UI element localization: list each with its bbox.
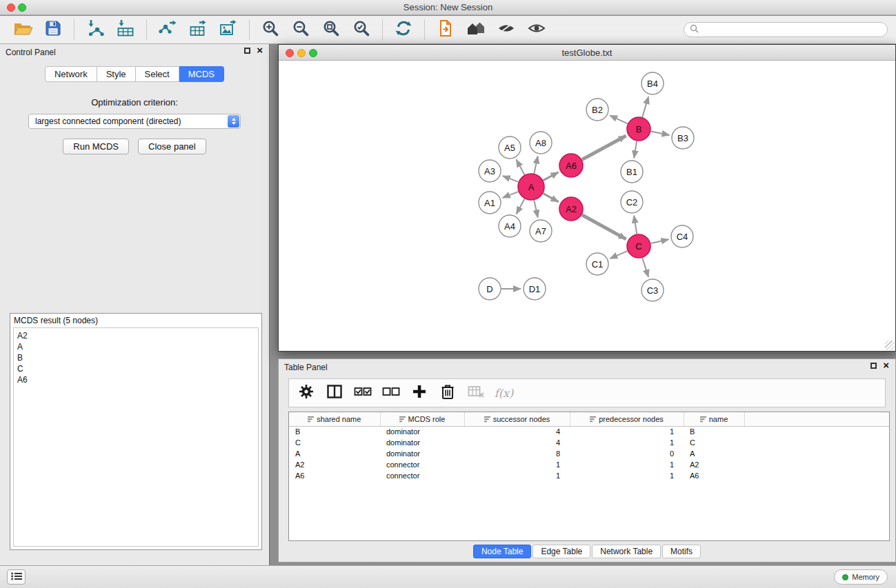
table-cell[interactable]: A	[289, 448, 380, 459]
edge-A-A8[interactable]	[534, 156, 537, 174]
table-cell[interactable]: dominator	[380, 448, 464, 459]
memory-button[interactable]: Memory	[834, 569, 888, 585]
result-item[interactable]: B	[17, 352, 255, 363]
table-cell[interactable]: A6	[684, 470, 744, 481]
close-panel-icon[interactable]: ×	[257, 47, 263, 54]
export-network-button[interactable]	[153, 18, 182, 41]
node-B2[interactable]: B2	[586, 99, 608, 121]
table-cell[interactable]: 1	[570, 426, 684, 437]
node-A5[interactable]: A5	[499, 136, 521, 159]
node-A1[interactable]: A1	[479, 192, 501, 214]
document-button[interactable]	[431, 18, 460, 41]
table-row[interactable]: A6connector11A6	[289, 470, 889, 481]
column-header-successor-nodes[interactable]: successor nodes	[464, 412, 570, 426]
edge-B-B2[interactable]	[610, 115, 628, 123]
result-item[interactable]: C	[17, 363, 255, 374]
edge-A-A2[interactable]	[544, 194, 559, 202]
edge-C-C1[interactable]	[610, 251, 627, 258]
table-cell[interactable]: B	[289, 426, 380, 437]
column-header-shared-name[interactable]: shared name	[289, 412, 380, 426]
close-panel-button[interactable]: Close panel	[138, 139, 206, 154]
table-settings-button[interactable]	[293, 381, 319, 405]
node-A[interactable]: A	[518, 174, 544, 200]
eye-button[interactable]	[522, 18, 551, 41]
zoom-in-button[interactable]	[256, 18, 285, 41]
network-canvas[interactable]: B4B2BB3A8A5A6A3B1AA1C2A2A4A7C4CC1C3DD1	[279, 61, 895, 351]
edge-B-B4[interactable]	[642, 97, 648, 117]
node-B4[interactable]: B4	[641, 72, 664, 94]
close-network-window-button[interactable]	[286, 49, 294, 57]
tab-node-table[interactable]: Node Table	[473, 545, 532, 558]
refresh-layout-button[interactable]	[389, 18, 418, 41]
graphics-details-button[interactable]	[492, 18, 521, 41]
zoom-fit-button[interactable]	[317, 18, 346, 41]
edge-C-C2[interactable]	[634, 216, 637, 234]
table-cell[interactable]: 1	[570, 437, 684, 448]
edge-B-B1[interactable]	[634, 141, 637, 158]
edge-A-A6[interactable]	[544, 172, 559, 181]
tab-network-table[interactable]: Network Table	[592, 545, 661, 558]
result-item[interactable]: A2	[17, 330, 255, 341]
edge-C-C3[interactable]	[642, 258, 648, 277]
table-cell[interactable]: connector	[380, 470, 464, 481]
node-C[interactable]: C	[627, 234, 650, 258]
task-history-button[interactable]	[7, 569, 26, 585]
close-table-panel-icon[interactable]: ×	[883, 362, 889, 369]
table-row[interactable]: A2connector11A2	[289, 459, 889, 470]
optimization-criterion-select[interactable]: largest connected component (directed)	[28, 114, 241, 129]
edge-A6-B[interactable]	[582, 136, 626, 159]
table-row[interactable]: Cdominator41C	[289, 437, 889, 448]
tab-select[interactable]: Select	[136, 66, 179, 82]
tab-edge-table[interactable]: Edge Table	[532, 545, 590, 558]
select-all-button[interactable]	[350, 381, 375, 405]
tab-network[interactable]: Network	[45, 66, 97, 82]
tab-style[interactable]: Style	[97, 66, 136, 82]
save-session-button[interactable]	[39, 18, 68, 41]
node-B1[interactable]: B1	[621, 161, 643, 183]
node-C2[interactable]: C2	[621, 191, 643, 213]
export-table-button[interactable]	[183, 18, 212, 41]
table-cell[interactable]: A2	[684, 459, 744, 470]
edge-B-B3[interactable]	[651, 132, 670, 135]
table-row[interactable]: Adominator80A	[289, 448, 889, 459]
node-C1[interactable]: C1	[586, 253, 608, 275]
import-network-button[interactable]	[81, 18, 110, 41]
table-cell[interactable]: 4	[464, 437, 570, 448]
home-button[interactable]	[461, 18, 490, 41]
add-column-button[interactable]	[406, 381, 432, 405]
table-cell[interactable]: C	[289, 437, 380, 448]
zoom-selected-button[interactable]	[347, 18, 376, 41]
table-cell[interactable]: 1	[464, 459, 570, 470]
table-cell[interactable]: 1	[464, 470, 570, 481]
function-builder-button[interactable]: f(x)	[491, 381, 517, 405]
network-window[interactable]: testGlobe.txt B4B2BB3A8A5A6A3B1AA1C2A2A4…	[278, 44, 896, 352]
node-C3[interactable]: C3	[641, 279, 664, 301]
edge-A-A4[interactable]	[517, 199, 525, 214]
tab-motifs[interactable]: Motifs	[662, 545, 701, 558]
node-A3[interactable]: A3	[479, 160, 501, 182]
table-row[interactable]: Bdominator41B	[289, 426, 889, 437]
result-item[interactable]: A	[17, 341, 255, 352]
open-session-button[interactable]	[8, 18, 37, 41]
deselect-all-button[interactable]	[378, 381, 404, 405]
dropdown-stepper-icon[interactable]	[228, 115, 239, 128]
delete-column-button[interactable]	[435, 381, 460, 405]
minimize-network-window-button[interactable]	[297, 49, 306, 57]
title-bar[interactable]: Session: New Session	[0, 0, 896, 15]
float-panel-icon[interactable]	[244, 48, 250, 54]
edge-A2-C[interactable]	[582, 215, 626, 239]
node-A4[interactable]: A4	[499, 215, 521, 237]
node-A8[interactable]: A8	[530, 132, 552, 154]
network-window-titlebar[interactable]: testGlobe.txt	[279, 45, 895, 61]
delete-table-button[interactable]	[463, 381, 488, 405]
node-A2[interactable]: A2	[559, 197, 583, 221]
import-table-button[interactable]	[111, 18, 140, 41]
search-input[interactable]	[702, 25, 882, 34]
node-B3[interactable]: B3	[672, 127, 694, 149]
table-cell[interactable]: dominator	[380, 426, 464, 437]
split-view-button[interactable]	[321, 381, 347, 405]
table-cell[interactable]: B	[684, 426, 744, 437]
node-C4[interactable]: C4	[671, 225, 693, 247]
search-box[interactable]	[684, 22, 888, 37]
node-B[interactable]: B	[627, 117, 650, 141]
